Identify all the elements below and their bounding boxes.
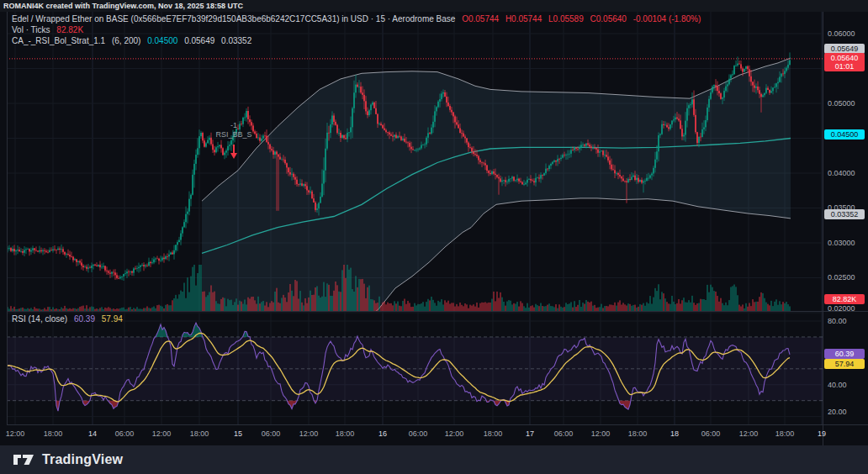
- time-tick-label: 12:00: [591, 429, 611, 438]
- volume-badge: 82.82K: [824, 294, 865, 304]
- strategy-legend[interactable]: CA_-_RSI_Bol_Strat_1.1 (6, 200) 0.04500 …: [12, 36, 256, 45]
- rsi-value: 60.39: [74, 314, 95, 324]
- symbol-title[interactable]: Edel / Wrapped Ether on BASE (0x566beE7E…: [12, 14, 455, 24]
- marker-count-label: -1: [230, 121, 237, 129]
- time-tick-label: 12:00: [739, 429, 759, 438]
- lower-band-badge: 0.03352: [824, 209, 865, 219]
- rsi-ma-value: 57.94: [102, 314, 123, 324]
- rsi-legend[interactable]: RSI (14, close) 60.39 57.94: [12, 314, 127, 324]
- price-tick-label: 0.05000: [828, 99, 866, 108]
- time-tick-label: 12:00: [152, 429, 172, 438]
- attribution-bar: ROMANI4K created with TradingView.com, N…: [0, 0, 868, 12]
- time-tick-label: 18:00: [628, 429, 648, 438]
- price-tick-label: 0.04000: [828, 169, 866, 177]
- basis-badge: 0.04500: [824, 129, 865, 140]
- chart-canvas[interactable]: -1RSI_BB_S: [0, 0, 868, 474]
- time-tick-label: 18:00: [44, 429, 63, 438]
- price-tick-label: 80.00: [828, 317, 866, 325]
- ohlc-low: L0.05589: [548, 14, 584, 24]
- price-tick-label: 40.00: [828, 381, 866, 389]
- time-tick-label: 18:00: [336, 429, 355, 438]
- ohlc-close: C0.05640: [590, 14, 627, 24]
- tradingview-chart-page: { "attribution": { "text": "ROMANI4K cre…: [0, 0, 868, 474]
- time-tick-label: 06:00: [409, 429, 428, 438]
- ohlc-open: O0.05744: [462, 14, 499, 24]
- symbol-legend[interactable]: Edel / Wrapped Ether on BASE (0x566beE7E…: [12, 14, 705, 24]
- strategy-upper-value: 0.05649: [184, 36, 214, 45]
- tradingview-footer: TradingView: [0, 445, 868, 474]
- rsi-label[interactable]: RSI (14, close): [12, 314, 67, 324]
- time-tick-day-label: 18: [670, 429, 679, 438]
- time-tick-day-label: 19: [818, 429, 826, 438]
- tradingview-logo-icon[interactable]: [12, 450, 35, 470]
- time-tick-day-label: 17: [526, 429, 534, 438]
- time-tick-day-label: 16: [378, 429, 387, 438]
- price-tick-label: 20.00: [828, 408, 866, 416]
- last-price-badge: 0.0564001:01: [824, 53, 865, 71]
- strategy-params: (6, 200): [112, 36, 140, 45]
- ohlc-high: H0.05744: [505, 14, 542, 24]
- time-tick-label: 06:00: [262, 429, 281, 438]
- strategy-basis-value: 0.04500: [147, 36, 177, 45]
- price-tick-label: 0.02500: [828, 273, 866, 282]
- time-tick-label: 18:00: [484, 429, 503, 438]
- volume-value: 82.82K: [56, 25, 83, 34]
- time-tick-label: 12:00: [6, 429, 25, 438]
- rsi-badge: 60.39: [824, 349, 865, 359]
- ohlc-change: -0.00104 (-1.80%): [633, 14, 701, 24]
- time-tick-label: 06:00: [115, 429, 135, 438]
- volume-legend[interactable]: Vol · Ticks 82.82K: [12, 25, 87, 34]
- strategy-lower-value: 0.03352: [221, 36, 251, 45]
- short-signal-label: RSI_BB_S: [215, 130, 251, 139]
- time-tick-label: 06:00: [554, 429, 574, 438]
- time-tick-day-label: 14: [88, 429, 97, 438]
- price-tick-label: 0.02000: [828, 304, 866, 313]
- tradingview-brand-text[interactable]: TradingView: [42, 452, 123, 467]
- strategy-name[interactable]: CA_-_RSI_Bol_Strat_1.1: [12, 36, 105, 45]
- time-tick-label: 12:00: [299, 429, 319, 438]
- time-tick-label: 18:00: [775, 429, 795, 438]
- time-tick-label: 12:00: [445, 429, 464, 438]
- price-tick-label: 0.06000: [828, 29, 866, 38]
- time-tick-day-label: 15: [234, 429, 242, 438]
- time-tick-label: 06:00: [701, 429, 721, 438]
- attribution-text: ROMANI4K created with TradingView.com, N…: [3, 2, 243, 10]
- volume-label[interactable]: Vol · Ticks: [12, 25, 50, 34]
- rsi-ma-badge: 57.94: [824, 359, 865, 369]
- price-tick-label: 0.03000: [828, 239, 866, 247]
- time-tick-label: 18:00: [190, 429, 209, 438]
